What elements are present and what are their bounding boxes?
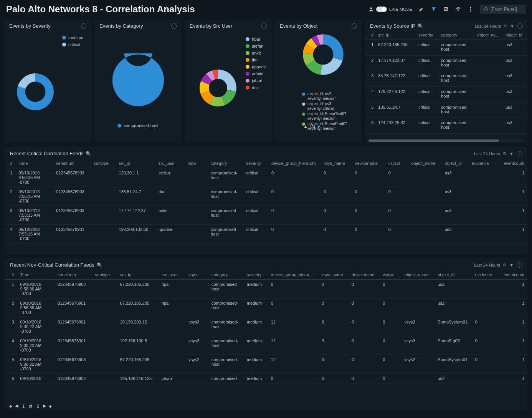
col-serialnum[interactable]: serialnum [53,159,91,168]
table-row[interactable]: 6124.243.25.82criticalcompromised-hostus… [365,118,527,134]
search-icon[interactable]: 🔍 [86,151,91,156]
col-src_ip[interactable]: src_ip [116,159,155,168]
severity-donut[interactable] [16,73,55,111]
filter-icon[interactable] [431,6,437,12]
table-row[interactable]: 309/10/2018 9:00:22 AM -0700012345678901… [5,317,527,336]
legend-item[interactable]: npande [246,63,266,70]
col-subtype[interactable]: subtype [92,270,117,280]
object-donut[interactable] [302,33,344,76]
col-category[interactable]: category [208,159,243,168]
col-severity[interactable]: severity [416,30,439,40]
legend-item[interactable]: object_id: us2severity: medium [302,92,347,101]
table-row[interactable]: 409/10/2018 9:00:22 AM -0700012345678901… [5,336,527,355]
first-page-button[interactable]: ⏮ [8,404,13,408]
time-range-selector[interactable]: [From Panel] [480,5,526,14]
filter-icon[interactable]: ▼ [510,24,514,28]
col-category[interactable]: category [439,30,475,40]
table-row[interactable]: 109/10/2018 9:58:36 AM -0700012345678903… [5,168,527,187]
table-row[interactable]: 109/10/2018 9:58:36 AM -0700012345678903… [5,280,527,299]
col-object_id[interactable]: object_id [435,270,472,280]
col-vsys_name[interactable]: vsys_name [321,159,352,168]
col-src_ip[interactable]: src_ip [117,270,159,280]
table-row[interactable]: 609/10/2018012345678902195.186.216.125ja… [5,374,527,383]
search-icon[interactable]: 🔍 [418,23,423,29]
col-dgh[interactable]: device_group_hierarchy [268,159,321,168]
next-page-button[interactable]: ▶ [43,403,46,408]
table-row[interactable]: 409/10/2018 7:55:15 AM -0700012345678901… [5,225,527,244]
info-icon[interactable]: i [352,23,357,29]
horizontal-scrollbar[interactable] [368,139,522,142]
table-row[interactable]: 209/10/2018 7:55:15 AM -0700012345678903… [5,187,527,206]
col-eventcount[interactable]: eventcount [499,270,527,280]
table-row[interactable]: 309/10/2018 7:55:15 AM -0700012345678903… [5,206,527,225]
copy-icon[interactable]: ⧉ [503,151,506,156]
col-src_user[interactable]: src_user [159,270,185,280]
col-object_id[interactable]: object_id [442,159,469,168]
col-vsysid[interactable]: vsysid [380,270,401,280]
col-object_name[interactable]: object_name [408,159,442,168]
col-object-id[interactable]: object_id [503,30,527,40]
legend-item[interactable]: jabari [246,77,266,84]
legend-item[interactable]: tim [246,56,266,63]
table-row[interactable]: 4176.227.6.122criticalcompromised-hostus… [365,86,527,102]
refresh-icon[interactable] [455,6,461,12]
col-time[interactable]: Time [17,270,55,280]
col-severity[interactable]: severity [244,270,268,280]
legend-item[interactable]: object_id: us3severity: critical [302,102,347,111]
legend-item[interactable]: admin [246,70,266,77]
table-row[interactable]: 509/10/2018 9:00:22 AM -0700012345678903… [5,355,527,374]
col-vsys[interactable]: vsys [185,270,208,280]
legend-label[interactable]: compromised-host [124,123,158,128]
prev-page-button[interactable]: ◀ [15,403,18,408]
col-devicename[interactable]: devicename [349,270,380,280]
info-icon[interactable]: i [517,262,522,268]
col-evidence[interactable]: evidence [472,270,499,280]
legend-item[interactable]: duc [246,84,266,91]
col-serialnum[interactable]: serialnum [55,270,92,280]
col-src_user[interactable]: src_user [155,159,185,168]
col-vsys[interactable]: vsys [185,159,208,168]
legend-item[interactable]: hpal [246,36,266,43]
info-icon[interactable]: i [261,23,267,29]
info-icon[interactable]: i [517,151,522,156]
col-dgh[interactable]: device_group_hierarchy [268,270,319,280]
table-row[interactable]: 209/10/2018 9:58:36 AM -0700012345678901… [5,299,527,317]
col-subtype[interactable]: subtype [91,159,116,168]
col-vsys_name[interactable]: vsys_name [319,270,349,280]
col-evidence[interactable]: evidence [469,159,498,168]
info-icon[interactable]: i [517,23,523,29]
col-time[interactable]: Time [15,159,53,168]
last-page-button[interactable]: ⏭ [48,404,53,408]
table-row[interactable]: 334.75.147.122criticalcompromised-hostus… [365,71,527,87]
category-donut[interactable] [111,53,165,107]
srcuser-donut[interactable] [199,69,237,107]
legend-item[interactable]: medium [62,34,83,41]
table-row[interactable]: 5135.51.24.7criticalcompromised-hostus3 [365,102,527,118]
info-icon[interactable]: i [171,23,177,29]
col-eventcount[interactable]: eventcount [498,159,527,168]
legend-item[interactable]: ankit [246,50,266,56]
filter-icon[interactable]: ▼ [509,151,514,156]
col-object_name[interactable]: object_name [401,270,435,280]
copy-icon[interactable]: ⧉ [504,23,507,28]
col-n[interactable]: # [365,30,376,40]
col-severity[interactable]: severity [243,159,268,168]
more-icon[interactable] [468,6,474,12]
filter-icon[interactable]: ▼ [509,263,514,267]
live-mode-toggle[interactable] [376,7,387,12]
col-n[interactable]: # [5,270,17,280]
legend-item[interactable]: stefan [246,43,266,50]
page-input[interactable] [20,404,26,408]
col-n[interactable]: # [5,159,15,168]
col-src-ip[interactable]: src_ip [376,30,416,40]
search-icon[interactable]: 🔍 [97,262,102,268]
col-category[interactable]: category [208,270,244,280]
copy-icon[interactable]: ⧉ [503,262,506,267]
share-icon[interactable] [443,6,449,12]
table-row[interactable]: 167.220.185.235criticalcompromised-hostu… [365,40,527,56]
info-icon[interactable]: i [81,23,86,29]
table-row[interactable]: 217.174.122.37criticalcompromised-hostus… [365,55,527,71]
triangle-down-icon[interactable] [317,125,321,128]
edit-icon[interactable] [418,6,425,12]
legend-item[interactable]: object_id: SumoTest07severity: medium [302,112,347,121]
